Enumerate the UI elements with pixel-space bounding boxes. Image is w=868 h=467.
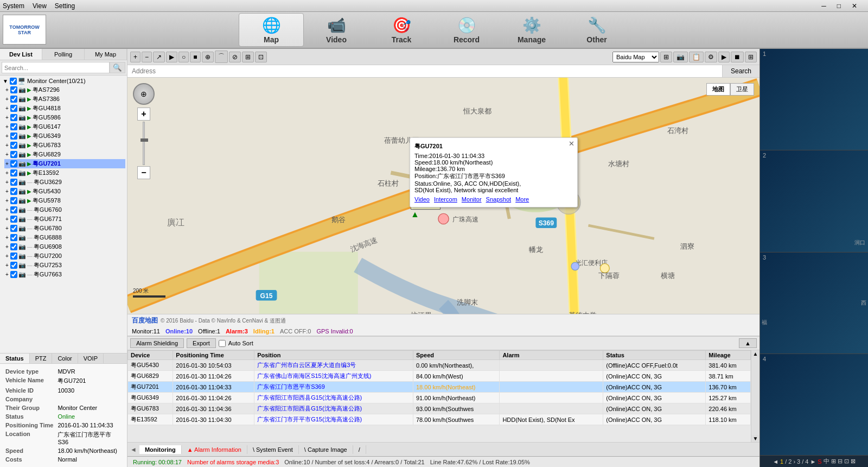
device-checkbox-gu6780[interactable] (10, 225, 17, 232)
device-checkbox-gu6829[interactable] (10, 151, 17, 158)
grid-button[interactable]: ⊞ (242, 52, 254, 62)
device-checkbox-gu7201[interactable] (10, 160, 17, 167)
tree-item-e13592[interactable]: +📷▶粤E13592 (4, 168, 125, 178)
tree-item-gu6771[interactable]: +📷—粤GU6771 (4, 214, 125, 224)
map-area[interactable]: G15 S369 S369 恒大泉都 石湾村 蓓蕾幼儿园 东头 村村委会 (127, 78, 760, 314)
device-checkbox-gu6147[interactable] (10, 123, 17, 130)
tree-item-gu6888[interactable]: +📷—粤GU6888 (4, 233, 125, 242)
tree-item-gu5978[interactable]: +📷▶粤GU5978 (4, 196, 125, 205)
table-row[interactable]: 粤GU68292016-01-30 11:04:26广东省佛山市南海区S15沈海… (128, 371, 751, 382)
tree-item-gu7663[interactable]: +📷—粤GU7663 (4, 270, 125, 279)
tab-polling[interactable]: Polling (42, 49, 85, 60)
device-search-button[interactable]: 🔍 (110, 62, 125, 73)
tab-other[interactable]: 🔧 Other (564, 13, 629, 47)
tab-track[interactable]: 🎯 Track (369, 13, 434, 47)
video-slot-4[interactable]: 4 (760, 354, 868, 456)
tab-status[interactable]: Status (0, 354, 30, 363)
video-nav-s[interactable]: S (818, 458, 821, 465)
toolbar-btn3[interactable]: 📋 (689, 52, 704, 62)
tab-ptz[interactable]: PTZ (30, 354, 53, 363)
zoom-slider[interactable] (141, 138, 148, 142)
tree-item-gu6349[interactable]: +📷▶粤GU6349 (4, 131, 125, 141)
map-zoom-out[interactable]: − (137, 166, 150, 179)
device-checkbox-gu5430[interactable] (10, 188, 17, 195)
tab-slash[interactable]: / (353, 445, 366, 454)
stop-button[interactable]: ■ (190, 52, 200, 62)
direction-button[interactable]: ↗ (153, 52, 165, 62)
device-checkbox-gu5986[interactable] (10, 114, 17, 121)
toolbar-btn6[interactable]: ⏹ (731, 52, 744, 62)
scroll-up-button[interactable]: ▲ (739, 338, 757, 348)
tree-item-as7296[interactable]: +📷▶粤AS7296 (4, 85, 125, 94)
table-row[interactable]: 粤GU72012016-01-30 11:04:33广东省江门市恩平市S3691… (128, 382, 751, 393)
popup-link-snapshot[interactable]: Snapshot (486, 196, 511, 203)
scroll-bottom-button[interactable]: ▼ (751, 435, 760, 442)
device-checkbox-gu7200[interactable] (10, 253, 17, 260)
device-checkbox-gu4818[interactable] (10, 105, 17, 112)
video-nav-2[interactable]: 2 (788, 458, 792, 465)
window-maximize[interactable]: □ (837, 2, 841, 10)
toolbar-btn2[interactable]: 📷 (673, 52, 688, 62)
fullscreen-button[interactable]: ⊡ (255, 52, 267, 62)
tree-item-gu6908[interactable]: +📷—粤GU6908 (4, 242, 125, 251)
measure-button[interactable]: ⊘ (229, 52, 241, 62)
toolbar-btn1[interactable]: ⊞ (660, 52, 672, 62)
play-button[interactable]: ▶ (166, 52, 177, 62)
popup-close-button[interactable]: ✕ (569, 140, 575, 148)
address-search-button[interactable]: Search (722, 65, 760, 77)
table-row[interactable]: 粤GU63492016-01-30 11:04:26广东省阳江市阳西县G15(沈… (128, 393, 751, 403)
menu-view[interactable]: View (33, 2, 47, 10)
export-button[interactable]: Export (187, 338, 216, 348)
tree-item-gu7253[interactable]: +📷—粤GU7253 (4, 261, 125, 270)
popup-link-monitor[interactable]: Monitor (462, 196, 482, 203)
zoom-out-button[interactable]: − (142, 52, 152, 62)
device-checkbox-gu6908[interactable] (10, 243, 17, 250)
circle-button[interactable]: ○ (178, 52, 189, 62)
table-row[interactable]: 粤GU67832016-01-30 11:04:36广东省阳江市阳西县G15(沈… (128, 403, 751, 414)
table-row[interactable]: 粤GU54302016-01-30 10:54:03广东省广州市白云区夏茅大道自… (128, 360, 751, 371)
video-nav-zh[interactable]: 中 (824, 457, 829, 465)
map-type-satellite[interactable]: 卫星 (730, 83, 754, 96)
tree-root[interactable]: ▼ 🖥️ Monitor Center(10/21) (2, 77, 125, 85)
device-checkbox-gu5978[interactable] (10, 197, 17, 204)
tree-item-as7386[interactable]: +📷▶粤AS7386 (4, 94, 125, 104)
map-zoom-in[interactable]: + (137, 108, 150, 121)
tree-item-gu6780[interactable]: +📷—粤GU6780 (4, 224, 125, 233)
map-source-select[interactable]: Baidu Map Google Map (612, 52, 659, 62)
device-checkbox-gu6349[interactable] (10, 132, 17, 140)
device-search-input[interactable] (2, 62, 110, 73)
video-nav-3[interactable]: 3 (797, 458, 800, 465)
tab-map[interactable]: 🌐 Map (239, 13, 304, 47)
device-checkbox-as7386[interactable] (10, 96, 17, 103)
video-nav-4[interactable]: 4 (805, 458, 808, 465)
tree-item-gu5430[interactable]: +📷▶粤GU5430 (4, 187, 125, 196)
menu-setting[interactable]: Setting (55, 2, 75, 10)
tree-item-gu5986[interactable]: +📷▶粤GU5986 (4, 113, 125, 122)
tab-alarm-info[interactable]: ▲ Alarm Information (182, 445, 247, 454)
window-minimize[interactable]: ─ (821, 2, 826, 10)
tree-item-gu7200[interactable]: +📷—粤GU7200 (4, 251, 125, 261)
window-close[interactable]: ✕ (852, 2, 857, 10)
table-row[interactable]: 粤E135922016-01-30 11:04:30广东省江门市开平市G15(沈… (128, 414, 751, 425)
device-checkbox-gu6760[interactable] (10, 206, 17, 213)
tab-record[interactable]: 💿 Record (434, 13, 499, 47)
tree-item-gu6147[interactable]: +📷▶粤GU6147 (4, 122, 125, 131)
tree-item-gu6829[interactable]: +📷▶粤GU6829 (4, 150, 125, 159)
tab-video[interactable]: 📹 Video (304, 13, 369, 47)
popup-link-video[interactable]: Video (414, 196, 430, 203)
tab-monitoring[interactable]: Monitoring (139, 445, 182, 454)
device-checkbox-gu3629[interactable] (10, 179, 17, 186)
tree-item-gu6783[interactable]: +📷▶粤GU6783 (4, 141, 125, 150)
curve-button[interactable]: ⌒ (215, 51, 228, 63)
device-checkbox-gu6771[interactable] (10, 216, 17, 223)
tab-color[interactable]: Color (52, 354, 78, 363)
tree-item-gu4818[interactable]: +📷▶粤GU4818 (4, 104, 125, 113)
tab-manage[interactable]: ⚙️ Manage (499, 13, 564, 47)
menu-system[interactable]: System (3, 2, 24, 10)
popup-link-intercom[interactable]: Intercom (434, 196, 457, 203)
video-slot-2[interactable]: 2 润口 (760, 150, 868, 252)
tree-item-gu6760[interactable]: +📷—粤GU6760 (4, 205, 125, 214)
video-slot-3[interactable]: 3 福 西 (760, 253, 868, 354)
address-input[interactable] (127, 65, 722, 77)
auto-sort-checkbox[interactable] (219, 340, 226, 347)
